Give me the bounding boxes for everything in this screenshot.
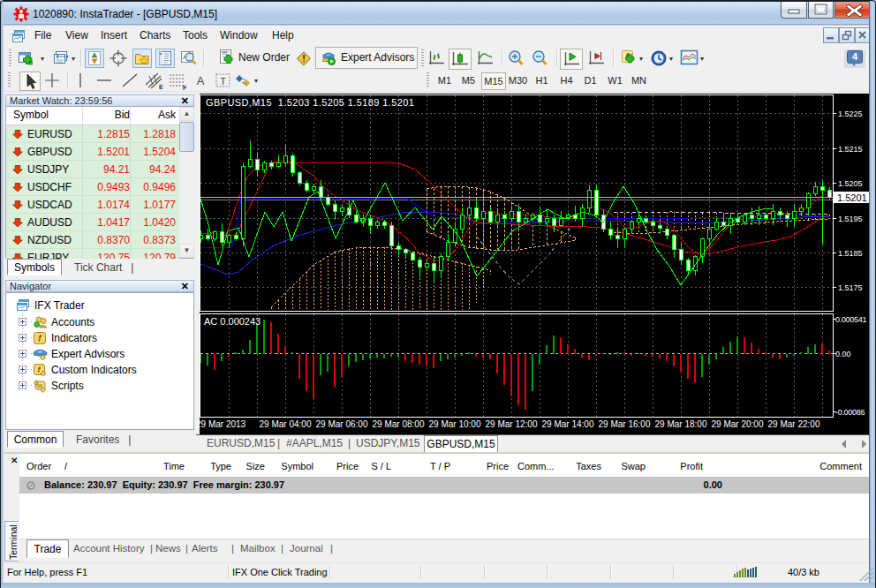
svg-text:29 Mar 22:00: 29 Mar 22:00 xyxy=(768,419,820,429)
svg-text:29 Mar 18:00: 29 Mar 18:00 xyxy=(655,419,707,429)
svg-text:1.5205: 1.5205 xyxy=(838,179,863,188)
svg-text:29 Mar 14:00: 29 Mar 14:00 xyxy=(542,419,594,429)
svg-text:0.00: 0.00 xyxy=(835,350,851,358)
svg-text:F: F xyxy=(183,85,187,91)
svg-text:1.5185: 1.5185 xyxy=(838,249,863,258)
svg-text:29 Mar 10:00: 29 Mar 10:00 xyxy=(429,419,481,429)
svg-text:29 Mar 04:00: 29 Mar 04:00 xyxy=(260,419,312,429)
svg-text:0.000541: 0.000541 xyxy=(835,315,866,324)
svg-text:1.5201: 1.5201 xyxy=(837,192,867,203)
svg-text:1.5175: 1.5175 xyxy=(838,283,863,292)
svg-text:T: T xyxy=(220,76,226,87)
svg-text:29 Mar 16:00: 29 Mar 16:00 xyxy=(599,419,651,429)
svg-text:1.5215: 1.5215 xyxy=(838,145,863,154)
svg-text:4: 4 xyxy=(852,51,858,62)
svg-text:E: E xyxy=(159,84,163,90)
svg-text:29 Mar 2013: 29 Mar 2013 xyxy=(196,419,246,429)
svg-text:29 Mar 12:00: 29 Mar 12:00 xyxy=(486,419,538,429)
svg-text:1.5195: 1.5195 xyxy=(838,215,863,223)
svg-text:A: A xyxy=(197,74,205,87)
svg-text:1.5225: 1.5225 xyxy=(838,109,863,118)
svg-text:!: ! xyxy=(302,53,306,64)
svg-text:29 Mar 20:00: 29 Mar 20:00 xyxy=(712,419,764,429)
svg-text:29 Mar 08:00: 29 Mar 08:00 xyxy=(373,419,425,429)
svg-text:AC 0.000243: AC 0.000243 xyxy=(204,316,261,327)
svg-text:29 Mar 06:00: 29 Mar 06:00 xyxy=(316,419,368,429)
svg-text:-0.00086: -0.00086 xyxy=(835,408,865,417)
svg-text:GBPUSD,M15 1.5203 1.5205 1.51: GBPUSD,M15 1.5203 1.5205 1.5189 1.5201 xyxy=(206,97,414,108)
